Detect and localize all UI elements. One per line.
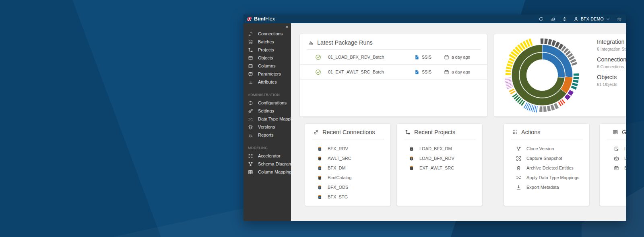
project-item[interactable]: LOAD_BFX_RDV [397,153,482,163]
success-check-icon [315,69,321,75]
action-export-metadata[interactable]: Export Metadata [504,182,589,192]
sidebar-item-batches[interactable]: Batches [244,38,291,46]
topbar-actions: BFX DEMO [539,16,622,22]
attributes-list-icon [248,80,253,85]
project-item[interactable]: LOAD_BFX_DM [397,144,482,153]
card-header: Actions [504,124,589,135]
bimlflex-logo-text: BimlFlex [254,16,275,22]
sidebar-item-configurations[interactable]: Configurations [244,99,291,107]
notes-icon [614,146,619,151]
ssis-file-icon [414,69,419,75]
stat-objects: Objects 61 Objects [597,74,626,87]
columns-icon [248,63,253,69]
sidebar-item-schema-diagram[interactable]: Schema Diagram [244,160,291,168]
action-capture-snapshot[interactable]: Capture Snapshot [504,153,589,163]
connection-item[interactable]: BFX_STG [305,192,390,202]
package-type: SSIS [414,69,444,75]
card-header: Getting Started [600,124,626,135]
getting-started-item[interactable]: Lo [600,144,626,153]
actions-card: Actions Clone Version Capture Snapshot A… [504,124,589,206]
calendar-icon [444,69,449,75]
database-stack-icon [248,39,253,45]
connection-item[interactable]: SQL AWLT_SRC [305,153,390,163]
database-icon [409,146,414,151]
settings-gear-icon[interactable] [562,16,567,22]
snapshot-icon [516,156,521,161]
column-mapping-icon [248,170,253,175]
sidebar-item-projects[interactable]: Projects [244,46,291,54]
actions-list: Clone Version Capture Snapshot Archive D… [504,144,589,192]
package-run-row[interactable]: 01_EXT_AWLT_SRC_Batch SSIS a day ago [300,65,487,80]
layers-icon[interactable] [617,16,622,22]
bimlflex-app-window: BimlFlex BFX DEMO « Connections Batches [244,14,626,221]
getting-started-item[interactable]: Bim [600,163,626,173]
connection-item[interactable]: BFX_ODS [305,182,390,192]
trash-icon [516,165,521,171]
database-icon: SQL [317,175,322,180]
package-run-row[interactable]: 01_LOAD_BFX_RDV_Batch SSIS a day ago [300,50,487,65]
metadata-summary-card: Integration Stages 6 Integration Stages … [494,34,626,116]
calendar-check-icon [614,165,619,171]
package-type: SSIS [414,55,444,60]
shuffle-icon [516,175,521,180]
summary-stats: Integration Stages 6 Integration Stages … [597,39,626,92]
divider [404,139,476,139]
database-icon [317,146,322,151]
package-run-time: a day ago [444,69,481,75]
sidebar-item-settings[interactable]: Settings [244,107,291,115]
link-icon [313,129,319,135]
connection-item[interactable]: BFX_RDV [305,144,390,153]
action-apply-data-type-mappings[interactable]: Apply Data Type Mappings [504,173,589,182]
news-icon [613,129,618,135]
top-bar: BimlFlex BFX DEMO [244,14,626,23]
action-clone-version[interactable]: Clone Version [504,144,589,153]
sidebar-item-connections[interactable]: Connections [244,30,291,38]
card-title: Latest Package Runs [317,39,373,46]
divider [511,139,583,139]
user-label: BFX DEMO [581,16,604,21]
sidebar-item-objects[interactable]: Objects [244,54,291,62]
shuffle-icon [248,116,253,122]
schema-diagram-icon [248,161,253,167]
sidebar-item-parameters[interactable]: Parameters [244,70,291,78]
database-icon: SQL [409,165,414,171]
package-run-time: a day ago [444,55,481,60]
link-icon [248,31,253,37]
sidebar-item-column-mapping[interactable]: Column Mapping [244,168,291,176]
stat-integration-stages: Integration Stages 6 Integration Stages [597,39,626,51]
sidebar-section-administration: ADMINISTRATION [244,91,291,99]
recent-connections-card: Recent Connections BFX_RDV SQL AWLT_SRC … [305,124,390,206]
sidebar-item-accelerator[interactable]: Accelerator [244,152,291,160]
camera-icon [614,156,619,161]
getting-started-list: Lo Lo Bim [600,144,626,173]
database-icon [317,165,322,171]
sidebar-item-columns[interactable]: Columns [244,62,291,70]
sidebar-collapse-button[interactable]: « [285,24,288,30]
card-header: Latest Package Runs [300,34,487,46]
user-icon [574,16,579,22]
database-icon [317,185,322,190]
analytics-icon[interactable] [550,16,555,22]
branch-icon [516,146,521,151]
connection-item[interactable]: SQL BimlCatalog [305,173,390,182]
action-archive-deleted-entities[interactable]: Archive Deleted Entities [504,163,589,173]
sidebar-item-data-type-mappings[interactable]: Data Type Mappings [244,115,291,123]
getting-started-card: Getting Started Lo Lo Bim [600,124,626,206]
gears-icon [248,108,253,114]
export-icon [516,185,521,190]
getting-started-item[interactable]: Lo [600,153,626,163]
sidebar-item-reports[interactable]: Reports [244,131,291,139]
refresh-icon[interactable] [539,16,544,22]
svg-text:SQL: SQL [411,168,413,169]
sidebar-nav: Connections Batches Projects Objects Col… [244,23,291,176]
metadata-sunburst-chart[interactable] [503,36,581,114]
svg-text:SQL: SQL [319,158,321,159]
accelerator-icon [248,153,253,159]
connection-item[interactable]: BFX_DM [305,163,390,173]
divider [607,139,626,139]
sidebar-item-attributes[interactable]: Attributes [244,78,291,86]
sidebar-item-versions[interactable]: Versions [244,123,291,131]
projects-list: LOAD_BFX_DM LOAD_BFX_RDV SQL EXT_AWLT_SR… [397,144,482,173]
user-menu[interactable]: BFX DEMO [574,16,610,22]
project-item[interactable]: SQL EXT_AWLT_SRC [397,163,482,173]
